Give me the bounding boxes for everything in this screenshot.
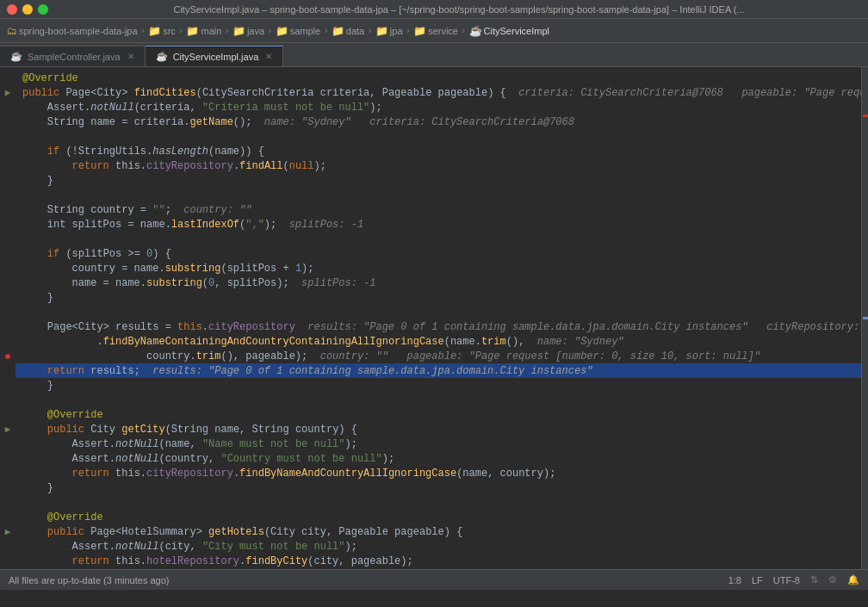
run-line-2[interactable]: ▶ [0, 85, 16, 100]
code-line: Page<City> results = this.cityRepository… [16, 319, 861, 334]
folder-icon: 📁 [186, 25, 199, 37]
code-line [16, 393, 861, 407]
code-line: public Page<HotelSummary> getHotels(City… [16, 524, 861, 539]
code-line: if (!StringUtils.hasLength(name)) { [16, 144, 861, 158]
tab-close-samplecontroller[interactable]: ✕ [127, 52, 134, 61]
bread-service[interactable]: 📁 service [413, 25, 458, 37]
code-line: Assert.notNull(criteria, "Criteria must … [16, 100, 861, 115]
bread-cityserviceimpl[interactable]: ☕ CityServiceImpl [469, 25, 549, 37]
bread-sample[interactable]: 📁 sample [276, 25, 320, 37]
code-line: return this.cityRepository.findByNameAnd… [16, 466, 861, 480]
bread-java[interactable]: 📁 java [232, 25, 264, 37]
folder-icon: 📁 [276, 25, 288, 37]
scroll-indicator[interactable] [861, 67, 868, 569]
code-editor[interactable]: @Override public Page<City> findCities(C… [16, 67, 861, 569]
titlebar: CityServiceImpl.java – spring-boot-sampl… [0, 0, 868, 19]
code-line: country = name.substring(splitPos + 1); [16, 261, 861, 276]
run-arrow-icon: ▶ [5, 87, 11, 98]
status-message: All files are up-to-date (3 minutes ago) [9, 575, 169, 585]
run-line-1 [0, 71, 16, 85]
tab-close-cityserviceimpl[interactable]: ✕ [265, 52, 272, 61]
git-icon: ⇅ [810, 574, 818, 585]
code-line: @Override [16, 510, 861, 524]
code-line [16, 129, 861, 144]
bread-main[interactable]: 📁 main [186, 25, 221, 37]
java-icon: ☕ [10, 51, 22, 62]
folder-icon: 📁 [148, 25, 161, 37]
code-line [16, 232, 861, 246]
tabbar: ☕ SampleController.java ✕ ☕ CityServiceI… [0, 43, 868, 67]
traffic-lights [7, 4, 48, 15]
bread-src[interactable]: 📁 src [148, 25, 176, 37]
code-line: @Override [16, 407, 861, 422]
code-line: return this.cityRepository.findAll(null)… [16, 158, 861, 173]
settings-icon[interactable]: ⚙ [828, 574, 837, 585]
bread-project[interactable]: 🗂 spring-boot-sample-data-jpa [7, 25, 138, 37]
folder-icon: 📁 [232, 25, 245, 37]
error-marker [863, 115, 868, 117]
status-right: 1:8 LF UTF-8 ⇅ ⚙ 🔔 [728, 574, 859, 585]
run-arrow-icon-3: ▶ [5, 526, 11, 537]
current-marker [863, 317, 868, 319]
code-line [16, 495, 861, 510]
debug-line: ● [0, 349, 16, 363]
code-line: if (splitPos >= 0) { [16, 246, 861, 261]
code-line: @Override [16, 71, 861, 85]
breadcrumb: 🗂 spring-boot-sample-data-jpa › 📁 src › … [0, 19, 868, 43]
code-line: .findByNameContainingAndCountryContainin… [16, 334, 861, 349]
bread-jpa[interactable]: 📁 jpa [375, 25, 403, 37]
maximize-button[interactable] [38, 4, 48, 15]
code-line: } [16, 568, 861, 569]
code-line: int splitPos = name.lastIndexOf(","); sp… [16, 217, 861, 232]
close-button[interactable] [7, 4, 17, 15]
code-line: public City getCity(String name, String … [16, 422, 861, 437]
code-line-selected: return results; results: "Page 0 of 1 co… [16, 363, 861, 378]
java-icon: ☕ [156, 51, 168, 62]
window-title: CityServiceImpl.java – spring-boot-sampl… [57, 4, 861, 15]
folder-icon: 📁 [375, 25, 388, 37]
notification-icon[interactable]: 🔔 [847, 574, 859, 585]
run-arrow-icon-2: ▶ [5, 424, 11, 435]
bread-data[interactable]: 📁 data [332, 25, 364, 37]
code-line [16, 305, 861, 319]
code-line: String country = ""; country: "" [16, 202, 861, 217]
debug-dot-icon: ● [4, 350, 11, 363]
project-icon: 🗂 [7, 25, 17, 37]
folder-icon: 📁 [413, 25, 426, 37]
encoding: UTF-8 [773, 575, 800, 585]
folder-icon: 📁 [332, 25, 344, 37]
code-line: } [16, 378, 861, 393]
code-line: Assert.notNull(country, "Country must no… [16, 451, 861, 466]
tab-cityserviceimpl[interactable]: ☕ CityServiceImpl.java ✕ [146, 46, 284, 66]
tab-samplecontroller[interactable]: ☕ SampleController.java ✕ [0, 46, 146, 66]
code-line: Assert.notNull(city, "City must not be n… [16, 539, 861, 554]
line-ending: LF [752, 575, 763, 585]
code-line: String name = criteria.getName(); name: … [16, 115, 861, 129]
code-line: public Page<City> findCities(CitySearchC… [16, 85, 861, 100]
code-line: } [16, 290, 861, 305]
code-line [16, 188, 861, 202]
cursor-position: 1:8 [728, 575, 741, 585]
code-line: return this.hotelRepository.findByCity(c… [16, 554, 861, 568]
code-line: } [16, 173, 861, 188]
code-line: country.trim(), pageable); country: "" p… [16, 349, 861, 363]
statusbar: All files are up-to-date (3 minutes ago)… [0, 569, 868, 590]
minimize-button[interactable] [22, 4, 33, 15]
run-gutter: ▶ ● ▶ ▶ [0, 67, 16, 569]
editor: ▶ ● ▶ ▶ @Override [0, 67, 868, 569]
code-line: name = name.substring(0, splitPos); spli… [16, 276, 861, 290]
java-file-icon: ☕ [469, 25, 482, 37]
code-line: } [16, 480, 861, 495]
code-line: Assert.notNull(name, "Name must not be n… [16, 437, 861, 451]
